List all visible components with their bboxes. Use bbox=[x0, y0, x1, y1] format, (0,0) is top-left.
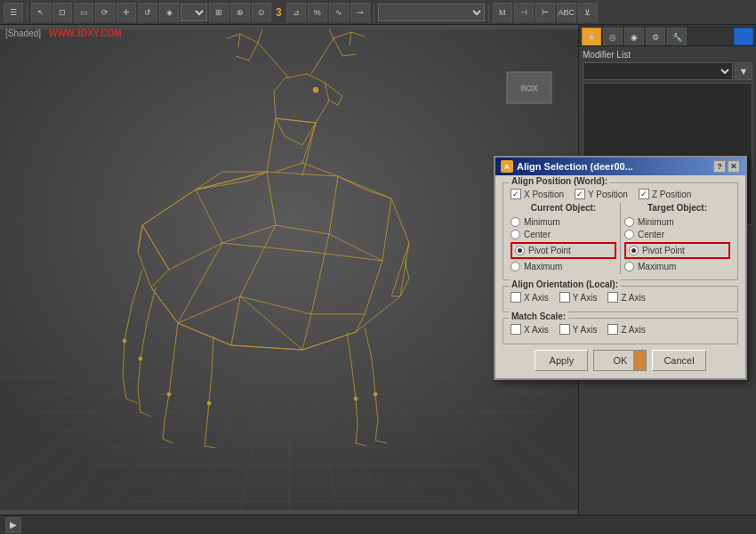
orientation-checkboxes: X Axis Y Axis Z Axis bbox=[511, 292, 730, 303]
toolbar-magnet-btn[interactable]: ⊿ bbox=[286, 3, 306, 22]
scale-x-label: X Axis bbox=[524, 325, 549, 335]
dialog-close-btn[interactable]: ✕ bbox=[728, 160, 740, 173]
current-maximum-radio[interactable]: Maximum bbox=[511, 262, 616, 271]
target-maximum-radio[interactable]: Maximum bbox=[624, 262, 730, 271]
watermark: WWW.3DXY.COM bbox=[49, 28, 122, 38]
toolbar-extra2-btn[interactable]: ⊣ bbox=[514, 3, 534, 22]
ok-button[interactable]: OK bbox=[593, 350, 647, 371]
panel-tab-camera[interactable]: ◎ bbox=[603, 28, 623, 45]
scale-z-checkbox[interactable]: Z Axis bbox=[607, 324, 645, 335]
x-position-label: X Position bbox=[524, 190, 564, 199]
target-center-radio[interactable]: Center bbox=[624, 230, 730, 239]
toolbar-mirror-btn[interactable]: ◈ bbox=[159, 3, 179, 22]
svg-point-126 bbox=[123, 339, 126, 343]
orient-z-checkbox[interactable]: Z Axis bbox=[607, 292, 645, 303]
current-target-columns: Current Object: Minimum Center Pivot Poi… bbox=[511, 203, 730, 274]
toolbar-extra3-btn[interactable]: ⊢ bbox=[535, 3, 555, 22]
svg-point-125 bbox=[207, 401, 211, 405]
current-min-rb bbox=[511, 217, 520, 227]
scale-y-checkbox[interactable]: Y Axis bbox=[559, 324, 598, 335]
orient-x-checkbox[interactable]: X Axis bbox=[511, 292, 549, 303]
current-min-label: Minimum bbox=[524, 217, 560, 227]
panel-tab-settings[interactable]: ⚙ bbox=[646, 28, 665, 45]
scale-y-cb-box bbox=[559, 324, 570, 335]
toolbar-select-btn[interactable]: ↖ bbox=[31, 3, 51, 22]
toolbar-snap-btn[interactable]: ⊙ bbox=[252, 3, 271, 22]
z-position-checkbox[interactable]: Z Position bbox=[639, 189, 691, 199]
y-position-checkbox[interactable]: Y Position bbox=[575, 189, 628, 199]
orient-x-label: X Axis bbox=[524, 293, 549, 303]
toolbar-extra4-btn[interactable]: ABC bbox=[557, 3, 576, 22]
panel-tab-sphere[interactable]: ◉ bbox=[624, 28, 644, 45]
y-position-label: Y Position bbox=[588, 190, 628, 199]
toolbar-extra1-btn[interactable]: M bbox=[493, 3, 512, 22]
orient-y-checkbox[interactable]: Y Axis bbox=[559, 292, 598, 303]
dialog-titlebar: A Align Selection (deer00... ? ✕ bbox=[495, 158, 745, 175]
current-object-section: Current Object: Minimum Center Pivot Poi… bbox=[511, 203, 616, 274]
modifier-dropdown-row: ▼ bbox=[583, 62, 752, 80]
panel-tab-star[interactable]: ★ bbox=[582, 28, 601, 45]
position-checkboxes: X Position Y Position Z Position bbox=[511, 189, 730, 199]
toolbar-rotate-btn[interactable]: ⟳ bbox=[95, 3, 115, 22]
ok-overlay bbox=[633, 351, 646, 370]
panel-tab-wrench[interactable]: 🔧 bbox=[667, 28, 687, 45]
match-scale-label: Match Scale: bbox=[509, 312, 568, 321]
current-center-radio[interactable]: Center bbox=[511, 230, 616, 239]
current-pivot-rb bbox=[515, 246, 525, 255]
toolbar-rect-btn[interactable]: ▭ bbox=[74, 3, 93, 22]
toolbar-menu-btn[interactable]: ☰ bbox=[4, 3, 23, 22]
svg-point-46 bbox=[313, 87, 318, 93]
modifier-dropdown[interactable] bbox=[583, 62, 733, 80]
current-center-label: Center bbox=[524, 230, 551, 239]
toolbar-chain-btn[interactable]: ∿ bbox=[329, 3, 349, 22]
cancel-button[interactable]: Cancel bbox=[652, 350, 705, 371]
align-orientation-label: Align Orientation (Local): bbox=[509, 279, 621, 289]
dialog-help-btn[interactable]: ? bbox=[713, 160, 726, 173]
target-min-label: Minimum bbox=[638, 217, 674, 227]
current-minimum-radio[interactable]: Minimum bbox=[511, 217, 616, 227]
scale-checkboxes: X Axis Y Axis Z Axis bbox=[511, 324, 730, 335]
toolbar-refresh-btn[interactable]: ↺ bbox=[138, 3, 157, 22]
orient-x-cb-box bbox=[511, 292, 521, 303]
current-pivot-radio[interactable]: Pivot Point bbox=[515, 246, 571, 255]
scale-x-cb-box bbox=[511, 324, 521, 335]
statusbar-arrow-btn[interactable]: ▶ bbox=[5, 517, 21, 533]
align-position-label: Align Position (World): bbox=[509, 176, 610, 186]
sep1 bbox=[27, 4, 28, 21]
current-max-label: Maximum bbox=[524, 262, 562, 271]
align-orientation-group: Align Orientation (Local): X Axis Y Axis… bbox=[503, 286, 738, 312]
modifier-list-label: Modifier List bbox=[583, 50, 752, 60]
sep3 bbox=[488, 4, 489, 21]
current-max-rb bbox=[511, 262, 520, 271]
x-position-checkbox[interactable]: X Position bbox=[511, 189, 564, 199]
toolbar: ☰ ↖ ⊡ ▭ ⟳ ✛ ↺ ◈ View ⊞ ⊕ ⊙ 3 ⊿ % ∿ ⊸ Cre… bbox=[0, 0, 756, 25]
toolbar-move-btn[interactable]: ✛ bbox=[117, 3, 136, 22]
create-selection-dropdown[interactable]: Create Selection Se bbox=[378, 4, 485, 21]
target-pivot-rb bbox=[629, 246, 639, 255]
apply-button[interactable]: Apply bbox=[535, 350, 588, 371]
scale-x-checkbox[interactable]: X Axis bbox=[511, 324, 549, 335]
target-minimum-radio[interactable]: Minimum bbox=[624, 217, 730, 227]
modifier-dropdown-arrow[interactable]: ▼ bbox=[735, 62, 752, 80]
dialog-buttons: Apply OK Cancel bbox=[503, 350, 738, 371]
target-max-rb bbox=[624, 262, 634, 271]
dialog-title-text: Align Selection (deer00... bbox=[517, 161, 710, 172]
dialog-title-controls: ? ✕ bbox=[713, 160, 740, 173]
view-dropdown[interactable]: View bbox=[181, 4, 207, 21]
target-pivot-radio[interactable]: Pivot Point bbox=[629, 246, 685, 255]
toolbar-grid-btn[interactable]: ⊞ bbox=[209, 3, 229, 22]
toolbar-extra5-btn[interactable]: ⊻ bbox=[578, 3, 598, 22]
match-scale-group: Match Scale: X Axis Y Axis Z Axis bbox=[503, 318, 738, 344]
toolbar-axis-btn[interactable]: ⊕ bbox=[230, 3, 250, 22]
target-pivot-row: Pivot Point bbox=[624, 242, 730, 259]
scale-y-label: Y Axis bbox=[573, 325, 598, 335]
orient-z-cb-box bbox=[607, 292, 618, 303]
target-min-rb bbox=[624, 217, 634, 227]
panel-tab-blue[interactable] bbox=[734, 28, 753, 45]
z-position-label: Z Position bbox=[652, 190, 691, 199]
toolbar-dim-btn[interactable]: ⊸ bbox=[350, 3, 370, 22]
toolbar-percent-btn[interactable]: % bbox=[308, 3, 327, 22]
dialog-content: Align Position (World): X Position Y Pos… bbox=[495, 175, 745, 378]
toolbar-select2-btn[interactable]: ⊡ bbox=[52, 3, 72, 22]
statusbar: ▶ bbox=[0, 514, 756, 534]
